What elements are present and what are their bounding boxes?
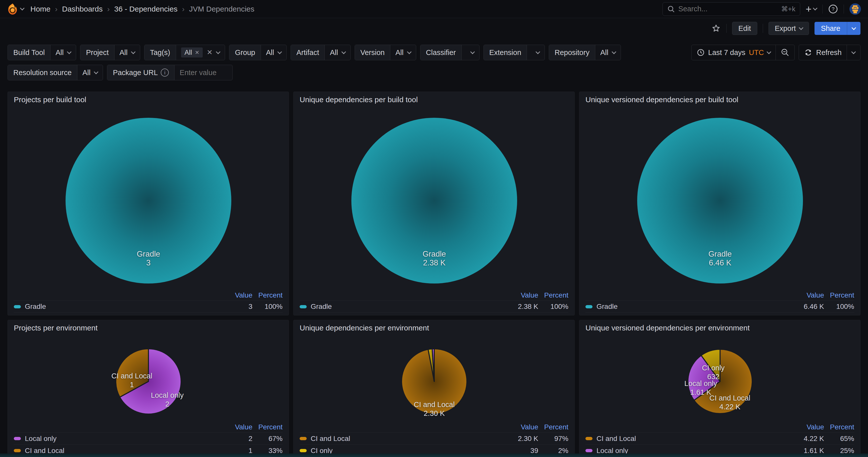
share-menu-button[interactable] <box>847 22 861 35</box>
legend-value-header[interactable]: Value <box>215 291 252 299</box>
chevron-down-icon <box>278 50 282 54</box>
panel-unique-versioned-dependencies-per-build-tool[interactable]: Unique versioned dependencies per build … <box>579 92 861 315</box>
edit-button[interactable]: Edit <box>732 22 757 35</box>
panel-projects-per-build-tool[interactable]: Projects per build tool Gradle3 Value Pe… <box>7 92 289 315</box>
refresh-interval-button[interactable] <box>847 45 860 60</box>
chevron-down-icon <box>612 50 616 54</box>
filter-label-text: Package URL <box>113 69 158 77</box>
refresh-button[interactable]: Refresh <box>799 45 847 60</box>
legend-percent-header[interactable]: Percent <box>538 291 568 299</box>
legend-row[interactable]: CI and Local 4.22 K 65% <box>585 432 854 445</box>
panel-title[interactable]: Unique versioned dependencies per enviro… <box>580 320 860 336</box>
filter-tags-select[interactable]: All × ✕ <box>176 45 225 60</box>
pie-slice-label: CI and Local1 <box>112 371 152 389</box>
series-color-swatch <box>300 449 307 452</box>
panel-title[interactable]: Projects per environment <box>8 320 288 336</box>
filter-label: Extension <box>484 45 527 60</box>
filter-row-2: Resolution source All Package URL i <box>7 65 861 80</box>
nav-divider <box>822 4 823 13</box>
filter-resolution-source-select[interactable]: All <box>78 65 103 80</box>
package-url-input[interactable] <box>180 69 227 77</box>
pie-slice-label: CI and Local4.22 K <box>710 394 750 411</box>
filter-artifact: Artifact All <box>290 45 350 60</box>
filter-label: Artifact <box>291 45 325 60</box>
org-switcher-chevron-icon[interactable] <box>20 6 24 10</box>
filter-artifact-select[interactable]: All <box>325 45 350 60</box>
filter-group-select[interactable]: All <box>261 45 286 60</box>
legend-row[interactable]: CI only 39 2% <box>300 445 568 454</box>
panel-unique-versioned-dependencies-per-environment[interactable]: Unique versioned dependencies per enviro… <box>579 320 861 454</box>
pie-slice-label: CI only632 <box>702 364 724 381</box>
search-text-field[interactable] <box>678 5 778 13</box>
chevron-down-icon <box>341 50 346 54</box>
legend-row[interactable]: Gradle 3 100% <box>14 300 283 313</box>
time-range-label: Last 7 days <box>708 48 745 57</box>
panel-title[interactable]: Unique versioned dependencies per build … <box>580 92 860 107</box>
legend-row[interactable]: Local only 1.61 K 25% <box>585 445 854 454</box>
legend-percent-header[interactable]: Percent <box>252 423 283 431</box>
plus-icon: + <box>806 4 811 14</box>
panel-title[interactable]: Projects per build tool <box>8 92 288 107</box>
filter-classifier: Classifier <box>420 45 479 60</box>
chevron-down-icon <box>851 50 856 54</box>
chevron-down-icon <box>470 50 475 54</box>
search-input[interactable]: ⌘+k <box>662 2 800 16</box>
panel-title[interactable]: Unique dependencies per environment <box>293 320 575 336</box>
grafana-logo-icon[interactable] <box>7 3 18 15</box>
legend-row[interactable]: CI and Local 2.30 K 97% <box>300 432 568 445</box>
breadcrumb: Home › Dashboards › 36 - Dependencies › … <box>30 5 254 13</box>
panel-title[interactable]: Unique dependencies per build tool <box>293 92 575 107</box>
clear-all-icon[interactable]: ✕ <box>207 49 213 56</box>
remove-tag-icon[interactable]: × <box>195 49 199 56</box>
filter-value: All <box>56 48 64 57</box>
export-button[interactable]: Export <box>769 22 809 35</box>
filter-label: Group <box>229 45 261 60</box>
legend-value-header[interactable]: Value <box>501 423 538 431</box>
legend-percent-header[interactable]: Percent <box>538 423 568 431</box>
filter-extension-select[interactable] <box>527 45 545 60</box>
filter-repository-select[interactable]: All <box>595 45 621 60</box>
tag-chip-label: All <box>185 49 192 57</box>
legend-percent-header[interactable]: Percent <box>824 423 854 431</box>
zoom-out-button[interactable] <box>776 45 795 60</box>
breadcrumb-home[interactable]: Home <box>30 5 51 13</box>
breadcrumb-separator: › <box>107 5 110 13</box>
breadcrumb-separator: › <box>182 5 185 13</box>
pie-legend: Value Percent Gradle 2.38 K 100% <box>300 290 568 313</box>
filter-build-tool: Build Tool All <box>7 45 76 60</box>
legend-row[interactable]: Local only 2 67% <box>14 432 283 445</box>
star-icon[interactable] <box>711 24 721 33</box>
info-icon[interactable]: i <box>161 69 169 76</box>
panel-unique-dependencies-per-environment[interactable]: Unique dependencies per environment CI a… <box>293 320 575 454</box>
legend-row[interactable]: CI and Local 1 33% <box>14 445 283 454</box>
breadcrumb-folder[interactable]: 36 - Dependencies <box>114 5 178 13</box>
tag-chip[interactable]: All × <box>181 47 203 58</box>
legend-percent-header[interactable]: Percent <box>824 291 854 299</box>
timezone-label: UTC <box>749 48 764 57</box>
filter-label: Build Tool <box>8 45 51 60</box>
panel-unique-dependencies-per-build-tool[interactable]: Unique dependencies per build tool Gradl… <box>293 92 575 315</box>
add-new-button[interactable]: + <box>806 4 817 14</box>
share-button[interactable]: Share <box>814 22 847 35</box>
svg-text:?: ? <box>832 6 834 12</box>
pie-legend: Value Percent Local only 2 67% CI and Lo… <box>14 422 283 454</box>
filter-classifier-select[interactable] <box>462 45 479 60</box>
legend-value-header[interactable]: Value <box>215 423 252 431</box>
legend-percent-header[interactable]: Percent <box>252 291 283 299</box>
grafana-dashboard: Home › Dashboards › 36 - Dependencies › … <box>0 0 868 457</box>
legend-value-header[interactable]: Value <box>786 423 824 431</box>
legend-row[interactable]: Gradle 6.46 K 100% <box>585 300 854 313</box>
filter-project-select[interactable]: All <box>115 45 140 60</box>
time-range-picker[interactable]: Last 7 days UTC <box>692 45 776 60</box>
pie-center-label: Gradle2.38 K <box>423 250 446 267</box>
panel-projects-per-environment[interactable]: Projects per environment CI and Local1 L… <box>7 320 289 454</box>
legend-value-header[interactable]: Value <box>501 291 538 299</box>
help-icon[interactable]: ? <box>828 4 838 14</box>
breadcrumb-dashboards[interactable]: Dashboards <box>62 5 103 13</box>
user-avatar[interactable] <box>849 3 861 15</box>
filter-value: All <box>120 48 128 57</box>
legend-row[interactable]: Gradle 2.38 K 100% <box>300 300 568 313</box>
legend-value-header[interactable]: Value <box>786 291 824 299</box>
filter-version-select[interactable]: All <box>390 45 416 60</box>
filter-build-tool-select[interactable]: All <box>51 45 76 60</box>
